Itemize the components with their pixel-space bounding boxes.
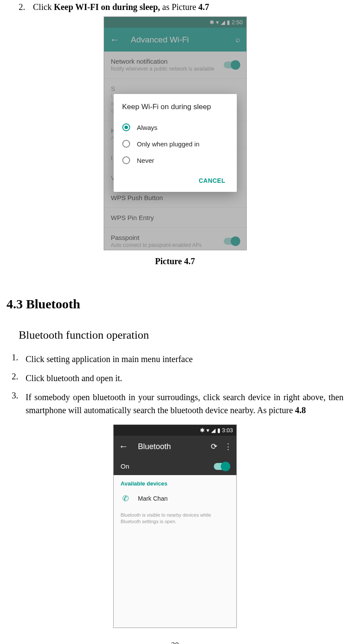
appbar-title: Bluetooth — [138, 442, 211, 451]
device-name: Mark Chan — [138, 495, 167, 502]
step-number: 2. — [12, 372, 26, 385]
figure-caption-47: Picture 4.7 — [7, 256, 343, 266]
radio-label: Always — [137, 124, 158, 131]
page-number: 20 — [7, 641, 343, 644]
battery-icon: ▮ — [217, 427, 220, 434]
device-row[interactable]: ✆ Mark Chan — [114, 489, 236, 508]
step-number: 1. — [12, 353, 26, 366]
step-text: Click setting application in main menu i… — [26, 353, 343, 366]
cancel-button[interactable]: CANCEL — [196, 174, 228, 188]
screenshot-bluetooth: ✱ ▾ ◢ ▮ 3:03 ← Bluetooth ⟳ ⋮ On Availabl… — [113, 424, 237, 628]
step-text: Click bluetooth and open it. — [26, 372, 343, 385]
radio-always[interactable]: Always — [122, 119, 228, 136]
step-text: If somebody open bluetooth in your surro… — [26, 391, 343, 417]
toggle-switch[interactable] — [214, 463, 229, 470]
available-devices-header: Available devices — [114, 475, 236, 489]
radio-plugged[interactable]: Only when plugged in — [122, 136, 228, 152]
step-number: 2. — [19, 2, 31, 12]
phone-icon: ✆ — [121, 494, 130, 503]
dialog-title: Keep Wi-Fi on during sleep — [122, 103, 228, 111]
step-pre: Click — [33, 2, 54, 12]
radio-label: Never — [137, 157, 154, 164]
status-bar: ✱ ▾ ◢ ▮ 3:03 — [114, 425, 236, 436]
radio-icon — [122, 123, 130, 131]
refresh-icon[interactable]: ⟳ — [211, 442, 217, 451]
step-number: 3. — [12, 391, 26, 417]
radio-never[interactable]: Never — [122, 152, 228, 168]
step-bold: Keep WI-FI on during sleep, — [54, 2, 160, 12]
radio-icon — [122, 140, 130, 148]
radio-icon — [122, 156, 130, 164]
section-heading-bluetooth: 4.3 Bluetooth — [7, 297, 343, 311]
step-ref: 4.7 — [198, 2, 209, 12]
back-icon[interactable]: ← — [119, 441, 128, 452]
visibility-note: Bluetooth is visible to nearby devices w… — [114, 508, 236, 529]
wifi-sleep-dialog: Keep Wi-Fi on during sleep Always Only w… — [114, 94, 237, 192]
step-post: as Picture — [160, 2, 198, 12]
app-bar: ← Bluetooth ⟳ ⋮ — [114, 436, 236, 457]
subsection-bt-operation: Bluetooth function operation — [19, 329, 343, 342]
instruction-step-2: 2. Click Keep WI-FI on during sleep, as … — [19, 2, 343, 12]
wifi-icon: ▾ — [206, 427, 209, 434]
step-3: 3. If somebody open bluetooth in your su… — [12, 391, 343, 417]
signal-icon: ◢ — [211, 427, 216, 434]
screenshot-wifi-sleep: ✱ ▾ ◢ ▮ 2:50 ← Advanced Wi-Fi ⌕ Network … — [104, 16, 247, 250]
status-time: 3:03 — [222, 427, 233, 434]
on-label: On — [121, 463, 214, 470]
bt-on-row[interactable]: On — [114, 457, 236, 475]
more-icon[interactable]: ⋮ — [224, 442, 231, 451]
bluetooth-icon: ✱ — [200, 427, 205, 434]
radio-label: Only when plugged in — [137, 140, 200, 148]
step-2: 2. Click bluetooth and open it. — [12, 372, 343, 385]
step-1: 1. Click setting application in main men… — [12, 353, 343, 366]
